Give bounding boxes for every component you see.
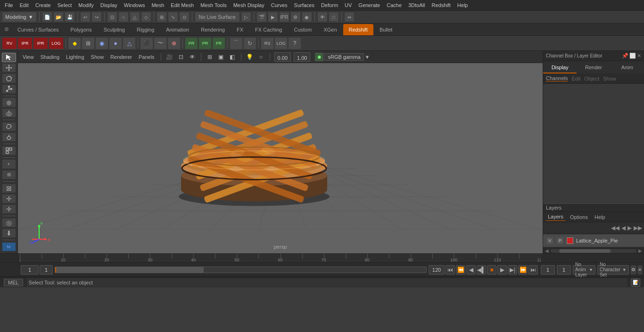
- script-editor-btn[interactable]: 📝: [631, 278, 640, 287]
- tab-rendering[interactable]: Rendering: [195, 24, 231, 35]
- current-frame-input[interactable]: [21, 265, 39, 275]
- snap-grid-btn[interactable]: ⊞: [157, 12, 167, 22]
- show-hide-btn[interactable]: 👁: [317, 12, 328, 22]
- tab-xgen[interactable]: XGen: [318, 24, 342, 35]
- layer-tab-options[interactable]: Options: [568, 213, 590, 221]
- render-settings-btn[interactable]: ⚙: [290, 12, 301, 22]
- edit-tab[interactable]: Edit: [571, 76, 580, 81]
- shelf-diamond-btn[interactable]: ◆: [68, 37, 81, 49]
- snap-to-point-btn[interactable]: ⊞: [2, 170, 16, 179]
- snap-curve-btn[interactable]: ∿: [168, 12, 178, 22]
- layer-prev-icon[interactable]: ◀◀: [611, 225, 619, 231]
- snap-select-btn[interactable]: ◇: [141, 12, 151, 22]
- shelf-log2-btn[interactable]: LOG: [274, 37, 288, 49]
- paint-btn[interactable]: [2, 132, 16, 142]
- shelf-ipr-btn[interactable]: IPR: [17, 37, 33, 49]
- workspace-dropdown[interactable]: Modeling ▼: [2, 12, 37, 22]
- menu-edit-mesh[interactable]: Edit Mesh: [168, 1, 197, 9]
- step-back-btn[interactable]: ⏪: [456, 265, 465, 275]
- show-tab[interactable]: Show: [603, 76, 616, 81]
- panel-tab-render[interactable]: Render: [577, 61, 610, 73]
- snap-to-grid-btn[interactable]: +: [2, 159, 16, 169]
- shelf-cone-btn[interactable]: △: [123, 37, 136, 49]
- render-seq-btn[interactable]: ▶: [268, 12, 278, 22]
- select-by-component-btn[interactable]: △: [130, 12, 140, 22]
- menu-modify[interactable]: Modify: [75, 1, 96, 9]
- tab-polygons[interactable]: Polygons: [65, 24, 97, 35]
- select-tool-btn[interactable]: [2, 53, 16, 62]
- char-set-dropdown[interactable]: No Character Set ▼: [597, 265, 629, 275]
- universal-manip-btn[interactable]: ⊕: [2, 97, 16, 107]
- layer-prev2-icon[interactable]: ◀: [621, 225, 626, 231]
- scale-tool-btn[interactable]: [2, 84, 16, 94]
- cross-btn[interactable]: ✛: [2, 194, 16, 203]
- tab-sculpting[interactable]: Sculpting: [98, 24, 131, 35]
- stop-btn[interactable]: ■: [487, 265, 496, 275]
- current-frame-right[interactable]: [557, 265, 571, 275]
- shelf-ipr2-btn[interactable]: IPR: [33, 37, 48, 49]
- menu-uv[interactable]: UV: [342, 1, 355, 9]
- menu-surfaces[interactable]: Surfaces: [291, 1, 317, 9]
- shelf-grid-btn[interactable]: ⊞: [82, 37, 95, 49]
- shelf-pr3-btn[interactable]: PR: [212, 37, 225, 49]
- tab-animation[interactable]: Animation: [160, 24, 195, 35]
- menu-3dtoall[interactable]: 3DtoAll: [405, 1, 428, 9]
- menu-file[interactable]: File: [2, 1, 16, 9]
- menu-mesh[interactable]: Mesh: [149, 1, 167, 9]
- live-surface-btn[interactable]: No Live Surface: [195, 12, 240, 22]
- layer-tab-layers[interactable]: Layers: [546, 213, 565, 221]
- layer-visibility-btn[interactable]: V: [546, 237, 553, 244]
- lattice-btn[interactable]: ⊠: [2, 184, 16, 193]
- redo-btn[interactable]: ↪: [91, 12, 102, 22]
- play-fwd-btn[interactable]: ▶: [497, 265, 507, 275]
- shelf-rv-btn[interactable]: RV: [2, 37, 17, 49]
- arrow-down-btn[interactable]: ⬇: [2, 228, 16, 238]
- layer-scroll-right[interactable]: ▶: [636, 248, 644, 253]
- menu-curves[interactable]: Curves: [268, 1, 290, 9]
- shelf-pr1-btn[interactable]: PR: [185, 37, 198, 49]
- menu-windows[interactable]: Windows: [121, 1, 148, 9]
- shelf-cube-btn[interactable]: ⬛: [140, 37, 153, 49]
- move-tool-btn[interactable]: [2, 63, 16, 73]
- playback-options-btn[interactable]: ≡: [638, 266, 642, 274]
- show-hide-node-btn[interactable]: [2, 146, 16, 155]
- shelf-log-btn[interactable]: LOG: [49, 37, 64, 49]
- layer-p-btn[interactable]: P: [556, 237, 564, 244]
- render-circle-btn[interactable]: ◉: [302, 12, 312, 22]
- settings-icon[interactable]: ⚙: [2, 25, 11, 34]
- timeline-ruler[interactable]: 1102030405060708090100110120: [20, 254, 541, 263]
- shelf-question-btn[interactable]: ?: [288, 37, 301, 49]
- next-frame-btn[interactable]: ▶|: [508, 265, 517, 275]
- rotate-tool-btn[interactable]: [2, 73, 16, 83]
- play-back-btn[interactable]: ◀▌: [477, 265, 486, 275]
- new-file-btn[interactable]: 📄: [42, 12, 52, 22]
- select-by-object-btn[interactable]: ○: [118, 12, 129, 22]
- layer-next2-icon[interactable]: ▶▶: [634, 225, 642, 231]
- undo-btn[interactable]: ↩: [80, 12, 91, 22]
- channels-tab[interactable]: Channels: [546, 75, 568, 81]
- soft-select-btn[interactable]: [2, 108, 16, 118]
- maya-logo-btn[interactable]: M: [2, 242, 16, 251]
- tab-bullet[interactable]: Bullet: [374, 24, 398, 35]
- skip-to-end-btn[interactable]: ⏭: [528, 265, 538, 275]
- menu-edit[interactable]: Edit: [17, 1, 32, 9]
- shelf-sphere-btn[interactable]: ●: [109, 37, 122, 49]
- script-lang-btn[interactable]: MEL: [4, 279, 23, 286]
- channel-box-pin-icon[interactable]: 📌: [622, 53, 628, 59]
- layer-tab-help[interactable]: Help: [593, 213, 607, 221]
- tab-rigging[interactable]: Rigging: [131, 24, 160, 35]
- circle-dot-btn[interactable]: ◎: [2, 218, 16, 227]
- range-end-input[interactable]: [429, 265, 445, 275]
- live-surface-toggle[interactable]: ▷: [241, 12, 251, 22]
- menu-generate[interactable]: Generate: [355, 1, 383, 9]
- tab-fx-caching[interactable]: FX Caching: [249, 24, 288, 35]
- tab-redshift[interactable]: Redshift: [343, 24, 373, 35]
- shelf-arrow-btn[interactable]: ↻: [243, 37, 256, 49]
- layer-scroll-left[interactable]: ◀: [543, 248, 551, 253]
- playback-settings-btn[interactable]: ⚙: [631, 266, 636, 274]
- channel-box-close-icon[interactable]: ✕: [637, 53, 641, 59]
- menu-deform[interactable]: Deform: [318, 1, 341, 9]
- shelf-rs-btn[interactable]: RS: [261, 37, 274, 49]
- layer-color-swatch[interactable]: [567, 237, 573, 244]
- render-btn[interactable]: 🎬: [256, 12, 267, 22]
